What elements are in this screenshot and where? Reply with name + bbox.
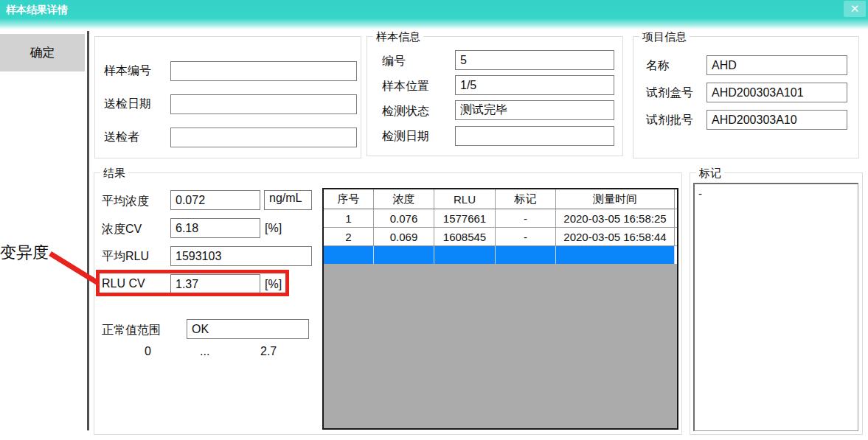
ok-button[interactable]: 确定: [0, 34, 85, 71]
range-high: 2.7: [260, 345, 277, 358]
sender-input[interactable]: [170, 128, 357, 147]
table-row[interactable]: 1 0.076 1577661 - 2020-03-05 16:58:25: [324, 209, 677, 228]
mark-textarea[interactable]: -: [693, 183, 858, 431]
cell-mark: -: [496, 228, 556, 246]
normal-range-input[interactable]: [187, 319, 309, 339]
row-filler: [675, 209, 677, 228]
col-header-conc[interactable]: 浓度: [374, 189, 434, 209]
cell-time: 2020-03-05 16:58:25: [556, 209, 675, 228]
cell-mark: [496, 246, 556, 264]
measurements-table: 序号 浓度 RLU 标记 测量时间 1 0.076 1577661 - 2020…: [322, 188, 678, 430]
cell-conc: 0.076: [374, 209, 434, 228]
vertical-divider: [87, 31, 89, 430]
table-header-row: 序号 浓度 RLU 标记 测量时间: [324, 189, 677, 209]
project-info-group: 项目信息 名称 试剂盒号 试剂批号: [633, 36, 859, 158]
patient-form-group: 样本编号 送检日期 送检者: [94, 36, 361, 158]
sample-position-input[interactable]: [455, 75, 614, 95]
reagent-lot-label: 试剂批号: [646, 113, 693, 128]
results-title: 结果: [100, 167, 128, 181]
table-row-selected[interactable]: [324, 246, 677, 264]
sample-result-dialog: 样本结果详情 ✕ 确定 样本编号 送检日期 送检者 样本信息 编号 样本位置 检…: [0, 0, 868, 440]
mark-group: 标记 -: [690, 172, 863, 435]
avg-rlu-label: 平均RLU: [102, 249, 149, 265]
sample-no-label: 样本编号: [104, 63, 151, 79]
col-header-time[interactable]: 测量时间: [556, 189, 675, 209]
kit-no-label: 试剂盒号: [646, 85, 693, 101]
cell-time: 2020-03-05 16:58:44: [556, 228, 675, 246]
title-bar: 样本结果详情 ✕: [0, 0, 868, 29]
cell-mark: -: [496, 209, 556, 228]
rlu-cv-input[interactable]: [170, 274, 260, 294]
avg-conc-label: 平均浓度: [102, 194, 149, 209]
cell-seq: 2: [324, 228, 374, 246]
conc-cv-label: 浓度CV: [102, 222, 142, 237]
project-info-title: 项目信息: [639, 30, 690, 44]
sample-info-group: 样本信息 编号 样本位置 检测状态 检测日期: [367, 36, 623, 156]
cell-conc: 0.069: [374, 228, 434, 246]
variability-annotation: 变异度: [0, 242, 49, 264]
project-name-label: 名称: [646, 58, 670, 74]
range-low: 0: [145, 345, 151, 358]
cell-seq: 1: [324, 209, 374, 228]
kit-no-input[interactable]: [706, 83, 847, 102]
mark-title: 标记: [696, 167, 724, 181]
row-filler: [675, 246, 677, 264]
normal-range-label: 正常值范围: [102, 323, 161, 338]
cell-conc: [374, 246, 434, 264]
send-date-label: 送检日期: [104, 97, 151, 112]
table-row[interactable]: 2 0.069 1608545 - 2020-03-05 16:58:44: [324, 228, 677, 246]
conc-cv-unit: [%]: [265, 222, 282, 235]
col-header-rlu[interactable]: RLU: [434, 189, 496, 209]
cell-seq: [324, 246, 374, 264]
send-date-input[interactable]: [170, 94, 357, 114]
project-name-input[interactable]: [706, 55, 847, 75]
header-filler: [675, 189, 677, 209]
row-filler: [675, 228, 677, 246]
col-header-seq[interactable]: 序号: [324, 189, 374, 209]
number-label: 编号: [382, 54, 406, 69]
cell-time: [556, 246, 675, 264]
avg-rlu-input[interactable]: [170, 246, 312, 266]
test-status-label: 检测状态: [382, 104, 429, 119]
col-header-mark[interactable]: 标记: [496, 189, 556, 209]
cell-rlu: 1608545: [434, 228, 496, 246]
test-status-input[interactable]: [455, 100, 614, 120]
rlu-cv-unit: [%]: [265, 278, 282, 291]
sample-no-input[interactable]: [170, 61, 357, 81]
number-input[interactable]: [455, 50, 614, 70]
cell-rlu: [434, 246, 496, 264]
range-dots: ...: [200, 345, 209, 358]
test-date-input[interactable]: [455, 126, 614, 146]
window-title: 样本结果详情: [6, 4, 68, 17]
close-icon[interactable]: ✕: [844, 1, 866, 17]
sender-label: 送检者: [104, 130, 139, 145]
test-date-label: 检测日期: [382, 129, 429, 144]
rlu-cv-label: RLU CV: [102, 277, 145, 290]
conc-cv-input[interactable]: [170, 218, 260, 238]
cell-rlu: 1577661: [434, 209, 496, 228]
avg-conc-input[interactable]: [170, 190, 260, 210]
sample-position-label: 样本位置: [382, 79, 429, 94]
avg-conc-unit: ng/mL: [264, 190, 312, 210]
reagent-lot-input[interactable]: [706, 110, 847, 130]
sample-info-title: 样本信息: [373, 30, 423, 44]
